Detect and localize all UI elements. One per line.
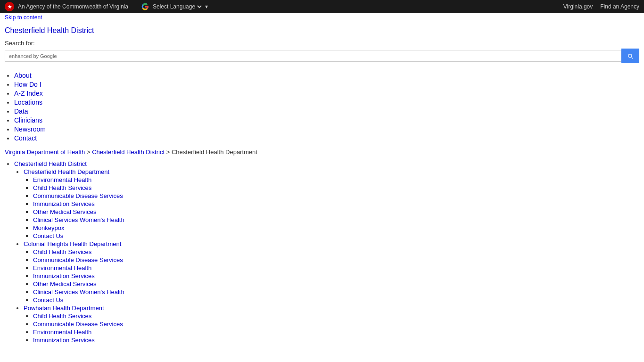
tree-item: Communicable Disease Services [33,321,639,328]
tree-link[interactable]: Colonial Heights Health Department [24,240,121,247]
nav-item: Locations [14,99,639,106]
tree-item: Immunization Services [33,200,639,207]
tree-link[interactable]: Communicable Disease Services [33,321,123,328]
tree-item: Child Health Services [33,313,639,320]
translate-widget[interactable]: Select Language ▾ [141,0,208,13]
tree-link[interactable]: Contact Us [33,232,63,239]
tree-item: Other Medical Services [33,208,639,215]
nav-list: AboutHow Do IA-Z IndexLocationsDataClini… [5,72,639,142]
tree-item: Environmental Health [33,176,639,183]
enhanced-by-google-label: enhanced by Google [9,53,57,59]
tree-item: Child Health Services [33,248,639,255]
breadcrumb-chd[interactable]: Chesterfield Health District [92,148,165,156]
top-bar: ★ An Agency of the Commonwealth of Virgi… [0,0,644,13]
tree-item: Powhatan Health DepartmentChild Health S… [24,304,639,344]
search-button[interactable] [621,49,639,63]
skip-link[interactable]: Skip to content [0,13,644,22]
translate-arrow: ▾ [205,3,208,10]
tree-list: Chesterfield Health DistrictChesterfield… [5,160,639,344]
tree-link[interactable]: Other Medical Services [33,280,96,288]
tree-item: Child Health Services [33,184,639,191]
agency-logo: ★ [5,2,14,11]
nav-item: Newsroom [14,125,639,133]
tree-link[interactable]: Immunization Services [33,200,95,207]
main-nav: AboutHow Do IA-Z IndexLocationsDataClini… [0,68,644,146]
tree-item: Communicable Disease Services [33,256,639,263]
tree-list: Chesterfield Health DepartmentEnvironmen… [14,168,639,344]
tree-item: Clinical Services Women's Health [33,216,639,223]
tree-item: Immunization Services [33,272,639,280]
tree-link[interactable]: Child Health Services [33,184,91,191]
tree-link[interactable]: Child Health Services [33,313,91,320]
tree-item: Environmental Health [33,264,639,272]
tree-item: Contact Us [33,296,639,304]
nav-link-about[interactable]: About [14,72,32,79]
tree-link[interactable]: Environmental Health [33,176,91,183]
language-select[interactable]: Select Language [151,3,203,10]
search-input[interactable] [60,52,617,59]
tree-item: Chesterfield Health DistrictChesterfield… [14,160,639,344]
tree-link[interactable]: Environmental Health [33,264,91,272]
top-bar-left: ★ An Agency of the Commonwealth of Virgi… [5,2,128,11]
tree-item: Other Medical Services [33,280,639,288]
tree-link[interactable]: Monkeypox [33,224,64,231]
breadcrumb-sep1: > [87,148,92,156]
tree-item: Contact Us [33,232,639,239]
tree-item: Monkeypox [33,224,639,231]
tree-link[interactable]: Child Health Services [33,248,91,255]
tree-link[interactable]: Clinical Services Women's Health [33,216,124,223]
tree-item: Environmental Health [33,329,639,336]
tree-link[interactable]: Immunization Services [33,272,95,280]
tree-list: Child Health ServicesCommunicable Diseas… [24,313,639,344]
breadcrumb-sep2: > [166,148,172,156]
breadcrumb-vdh[interactable]: Virginia Department of Health [5,148,85,156]
breadcrumb: Virginia Department of Health > Chesterf… [0,146,644,158]
agency-text: An Agency of the Commonwealth of Virgini… [18,3,128,10]
tree-list: Environmental HealthChild Health Service… [24,176,639,239]
search-form: enhanced by Google [5,49,639,63]
search-icon [627,53,634,59]
nav-link-how-do-i[interactable]: How Do I [14,81,41,88]
tree-item: Chesterfield Health DepartmentEnvironmen… [24,168,639,239]
nav-item: How Do I [14,81,639,88]
tree-link[interactable]: Powhatan Health Department [24,304,104,312]
google-icon [141,3,149,10]
tree-item: Colonial Heights Health DepartmentChild … [24,240,639,304]
site-tree: Chesterfield Health DistrictChesterfield… [0,158,644,346]
nav-item: Data [14,107,639,115]
nav-item: Contact [14,134,639,142]
nav-link-newsroom[interactable]: Newsroom [14,125,46,133]
tree-link[interactable]: Chesterfield Health District [14,160,87,167]
tree-link[interactable]: Chesterfield Health Department [24,168,109,175]
site-title-area: Chesterfield Health District [0,22,644,37]
tree-link[interactable]: Immunization Services [33,337,95,344]
breadcrumb-current: Chesterfield Health Department [172,148,257,156]
search-label: Search for: [5,40,639,47]
virginia-gov-link[interactable]: Virginia.gov [563,3,593,10]
nav-item: About [14,72,639,79]
tree-link[interactable]: Other Medical Services [33,208,96,215]
find-agency-link[interactable]: Find an Agency [600,3,639,10]
nav-link-clinicians[interactable]: Clinicians [14,116,42,124]
top-bar-links: Virginia.gov Find an Agency [563,3,639,10]
tree-link[interactable]: Clinical Services Women's Health [33,288,124,296]
tree-link[interactable]: Environmental Health [33,329,91,336]
site-title-link[interactable]: Chesterfield Health District [5,26,94,34]
nav-item: Clinicians [14,116,639,124]
tree-item: Clinical Services Women's Health [33,288,639,296]
tree-link[interactable]: Contact Us [33,296,63,304]
nav-link-a-z-index[interactable]: A-Z Index [14,90,43,97]
tree-item: Communicable Disease Services [33,192,639,199]
nav-item: A-Z Index [14,90,639,97]
nav-link-data[interactable]: Data [14,107,28,115]
tree-link[interactable]: Communicable Disease Services [33,256,123,263]
search-input-wrapper: enhanced by Google [5,50,621,62]
tree-list: Child Health ServicesCommunicable Diseas… [24,248,639,304]
search-area: Search for: enhanced by Google [0,37,644,68]
nav-link-locations[interactable]: Locations [14,99,42,106]
tree-item: Immunization Services [33,337,639,344]
tree-link[interactable]: Communicable Disease Services [33,192,123,199]
nav-link-contact[interactable]: Contact [14,134,37,142]
